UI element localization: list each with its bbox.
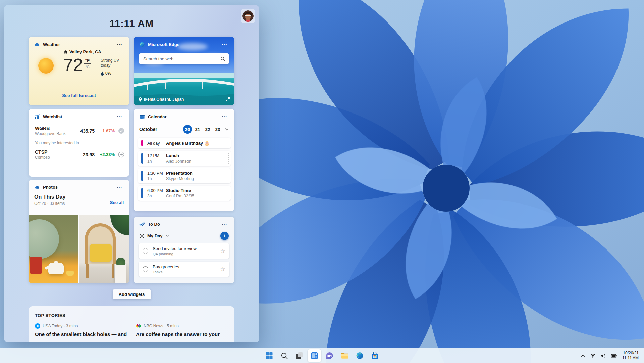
chevron-down-icon — [165, 234, 169, 238]
weather-more-button[interactable]: ••• — [115, 41, 124, 48]
stock-change: +2.23% — [95, 152, 115, 157]
wifi-icon — [590, 353, 596, 358]
edge-photo-caption: Ikema Ohashi, Japan — [139, 97, 184, 102]
tray-wifi-button[interactable] — [588, 351, 597, 360]
calendar-event-birthday[interactable]: All day Angela's Birthday 🎂 — [138, 138, 231, 148]
event-color-bar — [141, 171, 143, 181]
add-widgets-button[interactable]: Add widgets — [113, 289, 151, 299]
todo-more-button[interactable]: ••• — [220, 221, 229, 227]
myday-label: My Day — [147, 233, 163, 238]
edge-more-button[interactable]: ••• — [220, 41, 229, 48]
photos-title: Photos — [43, 185, 112, 190]
birthday-cake-emoji: 🎂 — [204, 141, 210, 146]
microsoft-store-icon — [371, 352, 379, 360]
calendar-event-lunch[interactable]: 12 PM 1h Lunch Alex Johnson — [138, 151, 231, 166]
photos-heading: On This Day — [34, 194, 110, 200]
edge-photo[interactable]: Ikema Ohashi, Japan — [134, 73, 234, 105]
tray-battery-button[interactable] — [609, 352, 619, 360]
calendar-month: October — [139, 127, 182, 132]
task-checkbox[interactable] — [143, 248, 148, 254]
watchlist-row-wgrb[interactable]: WGRB Woodgrove Bank 435.75 -1.67% — [29, 123, 129, 139]
unit-fahrenheit[interactable]: °F — [84, 58, 91, 64]
stock-symbol: CTSP — [35, 149, 75, 155]
stock-name: Woodgrove Bank — [35, 131, 75, 136]
profile-avatar[interactable] — [241, 9, 255, 23]
top-stories-section: TOP STORIES USA Today · 3 mins One of th… — [29, 306, 234, 342]
weather-cloud-icon — [34, 42, 40, 47]
calendar-date-22[interactable]: 22 — [203, 125, 212, 134]
add-task-button[interactable]: + — [220, 232, 229, 240]
event-drag-handle[interactable] — [228, 153, 229, 164]
stock-add-button[interactable] — [118, 151, 124, 158]
tray-volume-button[interactable] — [599, 351, 608, 360]
taskbar: 10/20/21 11:11 AM — [0, 348, 644, 363]
file-explorer-button[interactable] — [338, 349, 352, 362]
tray-show-hidden-icons-button[interactable] — [579, 352, 587, 360]
droplet-icon — [101, 71, 104, 76]
unit-celsius[interactable]: °C — [85, 64, 89, 69]
edge-button[interactable] — [353, 349, 367, 362]
tray-clock[interactable]: 10/20/21 11:11 AM — [620, 350, 641, 361]
task-view-button[interactable] — [293, 349, 306, 362]
calendar-icon — [139, 114, 145, 120]
speaker-icon — [600, 353, 606, 358]
store-button[interactable] — [368, 349, 382, 362]
calendar-widget: Calendar ••• October 20 21 22 23 All day… — [134, 109, 234, 211]
story-card-nbc-news[interactable]: NBC News · 5 mins Are coffee naps the an… — [136, 323, 228, 338]
weather-location: Valley Park, CA — [64, 49, 101, 54]
task-row-buy-groceries[interactable]: Buy groceries Tasks ☆ — [139, 262, 229, 277]
story-card-usa-today[interactable]: USA Today · 3 mins One of the smallest b… — [35, 323, 127, 338]
photos-more-button[interactable]: ••• — [115, 184, 124, 190]
expand-icon[interactable] — [225, 97, 230, 102]
widgets-icon — [311, 352, 319, 360]
edge-title: Microsoft Edge — [148, 42, 217, 47]
plus-circle-icon — [118, 151, 124, 158]
edge-logo-icon — [139, 42, 145, 47]
weather-title: Weather — [43, 42, 112, 47]
task-star-button[interactable]: ☆ — [220, 266, 225, 272]
calendar-date-21[interactable]: 21 — [193, 125, 202, 134]
stock-name: Contoso — [35, 155, 75, 160]
task-view-icon — [296, 352, 304, 360]
edge-search-box[interactable] — [139, 53, 229, 64]
chat-button[interactable] — [323, 349, 336, 362]
photo-thumbnail-tea-set[interactable] — [29, 215, 78, 283]
calendar-more-button[interactable]: ••• — [220, 114, 229, 120]
watchlist-more-button[interactable]: ••• — [115, 114, 124, 120]
calendar-event-studio-time[interactable]: 6:00 PM 3h Studio Time Conf Rm 32/35 — [138, 186, 231, 201]
start-button[interactable] — [263, 349, 276, 362]
calendar-date-23[interactable]: 23 — [213, 125, 222, 134]
file-explorer-icon — [340, 352, 349, 360]
widgets-button[interactable] — [308, 349, 321, 362]
weather-widget: Weather ••• Valley Park, CA 72 °F °C Str… — [29, 37, 129, 105]
home-icon — [64, 50, 68, 54]
task-checkbox[interactable] — [143, 266, 148, 272]
task-star-button[interactable]: ☆ — [220, 248, 225, 254]
watchlist-row-ctsp[interactable]: CTSP Contoso 23.98 +2.23% — [29, 147, 129, 163]
stock-added-button[interactable] — [118, 128, 124, 134]
calendar-event-presentation[interactable]: 1:30 PM 1h Presentation Skype Meeting — [138, 168, 231, 183]
photos-cloud-icon — [34, 184, 40, 190]
check-circle-icon — [118, 128, 124, 134]
task-row-send-invites[interactable]: Send invites for review Q4 planning ☆ — [139, 243, 229, 259]
calendar-title: Calendar — [148, 114, 217, 119]
myday-dropdown[interactable]: My Day — [139, 233, 220, 239]
stock-price: 435.75 — [75, 128, 95, 134]
search-icon — [280, 352, 288, 360]
windows-start-icon — [265, 352, 273, 360]
search-button[interactable] — [278, 349, 291, 362]
avatar-image — [242, 10, 254, 22]
calendar-date-20[interactable]: 20 — [183, 125, 192, 134]
calendar-expand-chevron[interactable] — [225, 127, 229, 131]
photos-see-all-link[interactable]: See all — [110, 200, 124, 206]
stock-symbol: WGRB — [35, 126, 75, 131]
search-input[interactable] — [143, 56, 220, 61]
story-headline: Are coffee naps the answer to your — [136, 331, 228, 338]
stock-change: -1.67% — [95, 128, 115, 133]
search-icon[interactable] — [220, 56, 225, 61]
see-full-forecast-link[interactable]: See full forecast — [29, 93, 129, 98]
weather-temp: 72 — [63, 56, 83, 74]
tray-date: 10/20/21 — [622, 351, 639, 356]
sun-outline-icon — [139, 233, 145, 239]
photo-thumbnail-chair[interactable] — [79, 215, 129, 283]
